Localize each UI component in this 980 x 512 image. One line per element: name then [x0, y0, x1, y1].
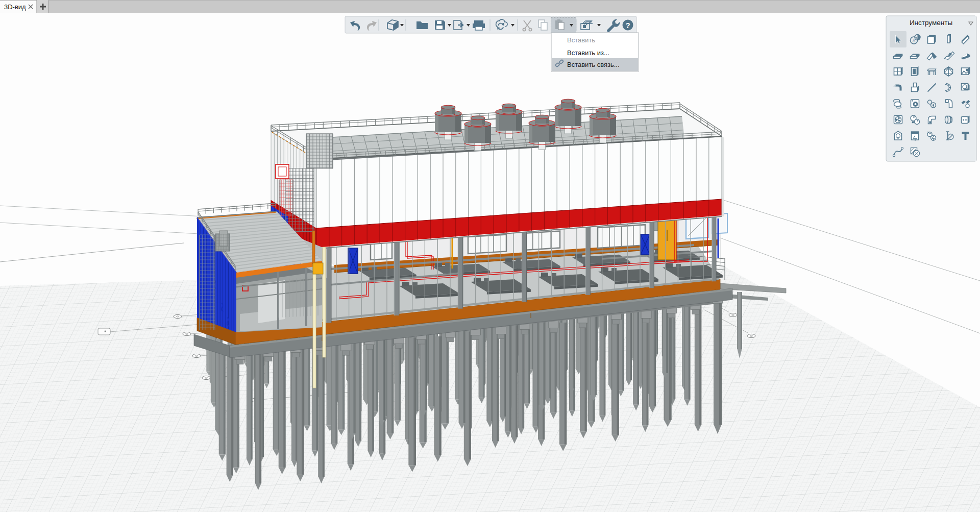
svg-text:Вставить из...: Вставить из...	[567, 49, 609, 57]
svg-text:Инструменты: Инструменты	[910, 19, 952, 27]
svg-text:3D-вид: 3D-вид	[4, 3, 26, 11]
svg-text:?: ?	[625, 21, 630, 30]
svg-text:Вставить связь...: Вставить связь...	[567, 61, 620, 68]
svg-text:Вставить: Вставить	[567, 36, 595, 44]
